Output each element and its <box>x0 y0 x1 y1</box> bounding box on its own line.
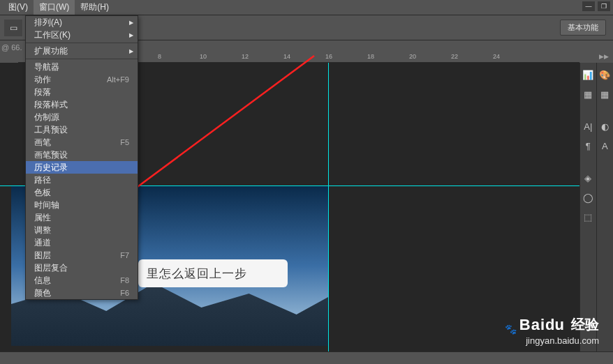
menu-separator <box>26 43 138 43</box>
menu-info[interactable]: 信息F8 <box>26 274 138 287</box>
menu-brush-preset[interactable]: 画笔预设 <box>26 149 138 161</box>
mesh-icon[interactable]: ⬚ <box>581 209 595 225</box>
menu-history[interactable]: 历史记录 <box>26 161 138 174</box>
watermark: Baidu 经验 jingyan.baidu.com <box>503 315 599 346</box>
ruler-tick: 20 <box>409 53 416 60</box>
menu-clone-source[interactable]: 仿制源 <box>26 111 138 123</box>
panel-rail: 📊 ▦ A| ¶ ◈ ◯ ⬚ 🎨 ▦ ◐ A <box>579 63 613 351</box>
menu-layers[interactable]: 图层F7 <box>26 249 138 261</box>
window-dropdown-menu: 排列(A)▶ 工作区(K)▶ 扩展功能▶ 导航器 动作Alt+F9 段落 段落样… <box>25 15 138 300</box>
menu-extensions[interactable]: 扩展功能▶ <box>26 45 138 57</box>
menu-arrange[interactable]: 排列(A)▶ <box>26 16 138 29</box>
submenu-arrow-icon: ▶ <box>129 48 133 54</box>
window-controls: — ❐ <box>582 1 610 11</box>
expand-panel-icon[interactable]: ▶▶ <box>599 53 609 60</box>
menu-brush[interactable]: 画笔F5 <box>26 136 138 149</box>
submenu-arrow-icon: ▶ <box>129 20 133 26</box>
minimize-button[interactable]: — <box>582 1 595 11</box>
status-bar <box>0 351 613 364</box>
menu-window[interactable]: 窗口(W) <box>34 0 75 15</box>
paw-icon <box>503 319 517 331</box>
menu-paragraph[interactable]: 段落 <box>26 86 138 98</box>
menu-tool-preset[interactable]: 工具预设 <box>26 123 138 136</box>
circle-icon[interactable]: ◐ <box>598 119 612 134</box>
menu-separator <box>26 59 138 59</box>
histogram-icon[interactable]: 📊 <box>581 67 595 82</box>
menu-paths[interactable]: 路径 <box>26 174 138 186</box>
ruler-tick: 12 <box>242 53 249 60</box>
menu-layer-comps[interactable]: 图层复合 <box>26 261 138 274</box>
paths-icon[interactable]: ◯ <box>581 190 595 205</box>
layers-icon[interactable]: ◈ <box>581 170 595 185</box>
submenu-arrow-icon: ▶ <box>129 32 133 38</box>
menu-help[interactable]: 帮助(H) <box>75 0 115 15</box>
ruler-tick: 16 <box>325 53 332 60</box>
swatch-grid-icon[interactable]: ▦ <box>598 86 612 102</box>
ruler-tick: 14 <box>283 53 290 60</box>
type-icon[interactable]: A| <box>581 119 595 134</box>
tool-icon-1[interactable]: ▭ <box>4 20 22 36</box>
restore-button[interactable]: ❐ <box>598 1 610 11</box>
menu-properties[interactable]: 属性 <box>26 211 138 224</box>
color-icon[interactable]: 🎨 <box>598 67 612 82</box>
canvas-text-box: 里怎么返回上一步 <box>138 259 288 287</box>
menu-paragraph-style[interactable]: 段落样式 <box>26 98 138 111</box>
menu-adjustments[interactable]: 调整 <box>26 224 138 236</box>
ruler-tick: 24 <box>493 53 500 60</box>
guide-vertical[interactable] <box>328 63 329 351</box>
ruler-tick: 22 <box>451 53 458 60</box>
paragraph-icon[interactable]: ¶ <box>581 138 595 153</box>
zoom-label: @ 66. <box>1 43 22 52</box>
swatches-icon[interactable]: ▦ <box>581 86 595 102</box>
menu-channels[interactable]: 通道 <box>26 236 138 249</box>
menu-view[interactable]: 图(V) <box>3 0 34 15</box>
menu-timeline[interactable]: 时间轴 <box>26 199 138 211</box>
menu-workspace[interactable]: 工作区(K)▶ <box>26 29 138 41</box>
menu-color[interactable]: 颜色F6 <box>26 287 138 299</box>
ruler-tick: 18 <box>367 53 374 60</box>
ruler-tick: 8 <box>158 53 161 60</box>
character-icon[interactable]: A <box>598 138 612 153</box>
menubar: 图(V) 窗口(W) 帮助(H) — ❐ <box>0 0 613 15</box>
menu-swatches[interactable]: 色板 <box>26 186 138 199</box>
menu-actions[interactable]: 动作Alt+F9 <box>26 73 138 86</box>
ruler-tick: 10 <box>200 53 207 60</box>
workspace-switcher[interactable]: 基本功能 <box>560 20 606 36</box>
menu-navigator[interactable]: 导航器 <box>26 61 138 73</box>
